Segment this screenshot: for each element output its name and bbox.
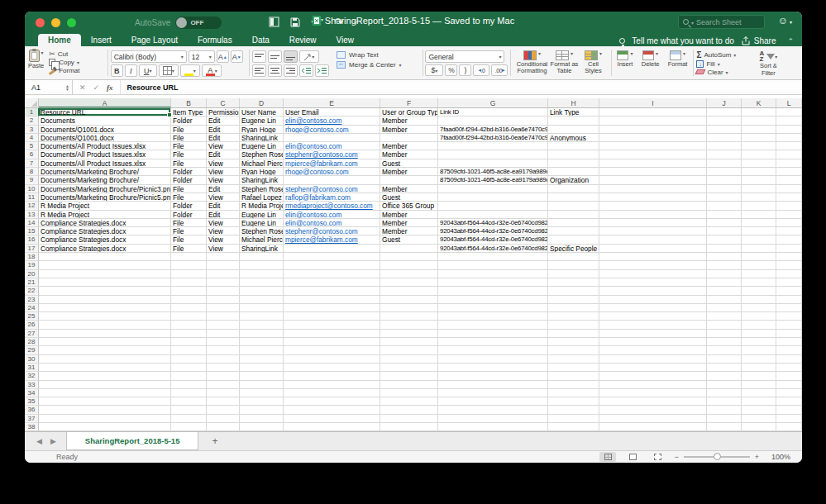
cell-D22[interactable] [240,287,284,295]
cell-G22[interactable] [438,287,548,295]
cell-I16[interactable] [599,235,707,244]
cell-K28[interactable] [742,338,776,346]
cell-D32[interactable] [240,372,284,380]
cell-A8[interactable]: Documents/Marketing Brochure/ [39,168,171,176]
save-icon[interactable] [290,17,300,27]
cell-K8[interactable] [742,168,776,176]
cell-J11[interactable] [707,193,742,202]
cell-I2[interactable] [599,116,707,125]
cell-H15[interactable] [548,227,599,235]
cell-H10[interactable] [548,185,599,193]
cell-G37[interactable] [438,415,548,423]
autosave-toggle[interactable]: OFF [175,17,222,29]
cell-K38[interactable] [742,423,776,431]
cell-A7[interactable]: Documents/All Product Issues.xlsx [39,159,171,168]
cell-A36[interactable] [39,406,171,414]
cell-G8[interactable]: 87509cfd-1021-46f5-ac8e-ea9179a989cf [438,168,548,176]
cell-A24[interactable] [39,304,171,312]
cell-E31[interactable] [284,364,380,372]
cell-C9[interactable]: View [207,176,240,184]
column-header-G[interactable]: G [438,98,548,107]
cell-L35[interactable] [776,397,802,406]
cell-C3[interactable]: Edit [207,126,240,134]
cell-B16[interactable]: File [171,235,207,244]
cell-L7[interactable] [776,159,802,168]
cell-K18[interactable] [742,253,776,261]
cell-J12[interactable] [707,202,742,210]
column-header-J[interactable]: J [707,98,742,107]
cell-B26[interactable] [171,321,207,329]
cell-F25[interactable] [380,312,438,321]
insert-function-icon[interactable]: fx [107,83,113,92]
cell-G31[interactable] [438,364,548,372]
cell-B22[interactable] [171,287,207,295]
cell-G1[interactable]: Link ID [438,108,548,116]
email-link[interactable]: elin@contoso.com [285,142,341,150]
cell-L23[interactable] [776,296,802,304]
cell-H32[interactable] [548,372,599,380]
cell-B25[interactable] [171,312,207,321]
row-header-31[interactable]: 31 [25,364,39,372]
column-header-L[interactable]: L [776,98,802,107]
cell-J2[interactable] [707,116,742,125]
bold-button[interactable]: B [111,64,123,77]
cell-A19[interactable] [39,261,171,269]
cell-C37[interactable] [207,415,240,423]
cell-K30[interactable] [742,355,776,364]
cell-B2[interactable]: Folder [171,116,207,125]
email-link[interactable]: stephenr@contoso.com [285,150,358,159]
cell-J19[interactable] [707,261,742,269]
cell-L19[interactable] [776,261,802,269]
cell-B34[interactable] [171,389,207,397]
orientation-button[interactable]: ▾ [299,50,319,63]
insert-cells-button[interactable]: ▾ Insert [617,49,633,78]
cell-J6[interactable] [707,150,742,159]
cell-F23[interactable] [380,296,438,304]
cell-L26[interactable] [776,321,802,329]
tab-page-layout[interactable]: Page Layout [122,34,188,46]
cell-F18[interactable] [380,253,438,261]
fill-color-button[interactable]: ▾ [180,64,200,77]
cell-F30[interactable] [380,355,438,364]
cell-F31[interactable] [380,364,438,372]
email-link[interactable]: stephenr@contoso.com [285,227,358,235]
cell-J33[interactable] [707,381,742,389]
cell-E30[interactable] [284,355,380,364]
cell-F35[interactable] [380,397,438,406]
cell-E35[interactable] [284,397,380,406]
cell-L34[interactable] [776,389,802,397]
cell-J24[interactable] [707,304,742,312]
cell-D3[interactable]: Ryan Hoge [240,126,284,134]
cell-D13[interactable]: Eugene Lin [240,211,284,219]
email-link[interactable]: elin@contoso.com [285,116,341,125]
cell-G32[interactable] [438,372,548,380]
cell-I3[interactable] [599,126,707,134]
cell-H34[interactable] [548,389,599,397]
cell-I8[interactable] [599,168,707,176]
align-left-button[interactable] [252,64,266,77]
cell-E20[interactable] [284,270,380,278]
cell-L20[interactable] [776,270,802,278]
cell-K1[interactable] [742,108,776,116]
email-link[interactable]: rmediaproject@contoso.com [285,202,373,210]
cell-G27[interactable] [438,330,548,338]
email-link[interactable]: elin@contoso.com [285,219,341,227]
cell-E36[interactable] [284,406,380,414]
cell-L33[interactable] [776,381,802,389]
cell-E1[interactable]: User Email [284,108,380,116]
cell-F26[interactable] [380,321,438,329]
cell-I34[interactable] [599,389,707,397]
cell-C15[interactable]: View [207,227,240,235]
cell-A3[interactable]: Documents/Q1001.docx [39,126,171,134]
cell-D33[interactable] [240,381,284,389]
row-header-17[interactable]: 17 [25,245,39,253]
column-header-F[interactable]: F [380,98,438,107]
cell-J20[interactable] [707,270,742,278]
cell-F8[interactable]: Member [380,168,438,176]
cell-E2[interactable]: elin@contoso.com [284,116,380,125]
cell-B20[interactable] [171,270,207,278]
cell-J3[interactable] [707,126,742,134]
cell-K13[interactable] [742,211,776,219]
cell-K26[interactable] [742,321,776,329]
row-header-37[interactable]: 37 [25,415,39,423]
